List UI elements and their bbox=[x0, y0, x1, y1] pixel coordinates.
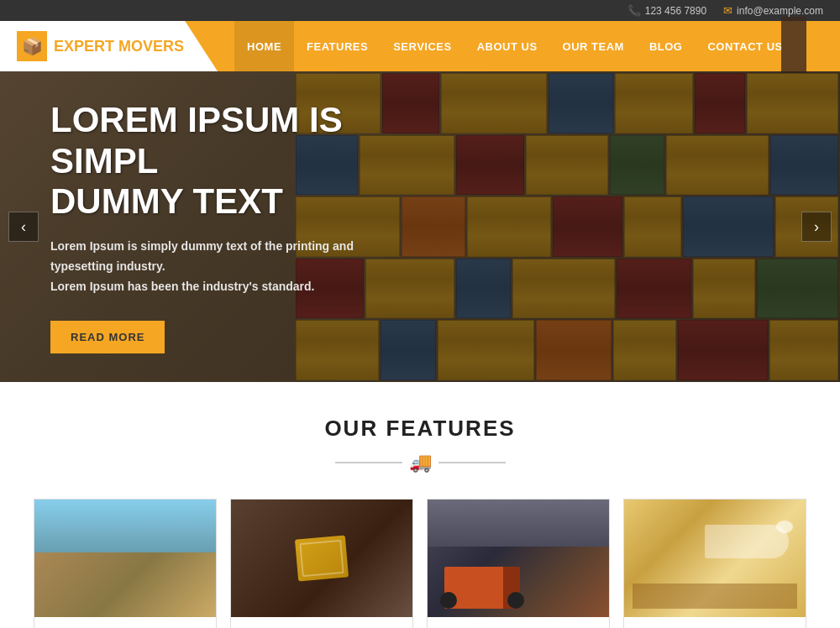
nav-features[interactable]: FEATURES bbox=[294, 21, 381, 71]
email-icon: ✉ bbox=[723, 4, 732, 17]
feature-body-4: FEATURE TITLE 4 Lorem ipsum dolor sit am… bbox=[624, 617, 806, 628]
feature-body-1: FEATURE TITLE 1 Lorem ipsum dolor sit am… bbox=[34, 617, 216, 628]
phone-number: 123 456 7890 bbox=[645, 5, 706, 17]
hero-desc-line1: Lorem Ipsum is simply dummy text of the … bbox=[50, 239, 354, 273]
email-address: info@example.com bbox=[737, 5, 823, 17]
features-divider: 🚚 bbox=[17, 452, 823, 474]
logo-icon: 📦 bbox=[17, 31, 47, 61]
feature-image-1 bbox=[34, 500, 216, 617]
hero-description: Lorem Ipsum is simply dummy text of the … bbox=[50, 237, 386, 296]
phone-icon: 📞 bbox=[627, 4, 641, 17]
features-grid: FEATURE TITLE 1 Lorem ipsum dolor sit am… bbox=[17, 499, 823, 628]
nav-contact-us[interactable]: CONTACT US bbox=[695, 21, 795, 71]
nav-about-us[interactable]: ABOUT US bbox=[465, 21, 550, 71]
features-section: OUR FEATURES 🚚 FEATURE TITLE 1 Lorem ips… bbox=[0, 382, 840, 628]
feature-card-1: FEATURE TITLE 1 Lorem ipsum dolor sit am… bbox=[34, 499, 217, 628]
main-nav: HOME FEATURES SERVICES ABOUT US OUR TEAM… bbox=[218, 21, 840, 71]
feature-card-4: FEATURE TITLE 4 Lorem ipsum dolor sit am… bbox=[623, 499, 806, 628]
logo-text: EXPERT MOVERS bbox=[54, 38, 184, 55]
divider-left bbox=[335, 462, 402, 463]
nav-our-team[interactable]: OUR TEAM bbox=[550, 21, 637, 71]
feature-image-3 bbox=[428, 500, 609, 617]
read-more-button[interactable]: READ MORE bbox=[50, 321, 165, 353]
truck-divider-icon: 🚚 bbox=[409, 452, 432, 474]
hero-heading-line2: DUMMY TEXT bbox=[50, 181, 283, 221]
hero-prev-arrow[interactable]: ‹ bbox=[8, 212, 39, 242]
hero-section: ‹ LOREM IPSUM IS SIMPL DUMMY TEXT Lorem … bbox=[0, 71, 840, 382]
feature-card-3: FEATURE TITLE 3 Lorem ipsum dolor sit am… bbox=[427, 499, 610, 628]
nav-home[interactable]: HOME bbox=[234, 21, 294, 71]
feature-card-2: FEATURE TITLE 2 Lorem ipsum dolor sit am… bbox=[230, 499, 413, 628]
phone-info: 📞 123 456 7890 bbox=[627, 4, 706, 17]
top-bar: 📞 123 456 7890 ✉ info@example.com bbox=[0, 0, 840, 21]
feature-body-3: FEATURE TITLE 3 Lorem ipsum dolor sit am… bbox=[428, 617, 609, 628]
feature-image-2 bbox=[231, 500, 412, 617]
header: 📦 EXPERT MOVERS HOME FEATURES SERVICES A… bbox=[0, 21, 840, 71]
right-arrow-icon: › bbox=[814, 218, 819, 236]
hero-heading: LOREM IPSUM IS SIMPL DUMMY TEXT bbox=[50, 100, 386, 222]
hero-desc-line2: Lorem Ipsum has been the industry's stan… bbox=[50, 280, 315, 293]
logo-tagline: MOVERS bbox=[114, 38, 184, 55]
logo-brand: EXPERT bbox=[54, 38, 114, 55]
logo-area: 📦 EXPERT MOVERS bbox=[0, 21, 218, 71]
divider-right bbox=[438, 462, 506, 463]
hero-next-arrow[interactable]: › bbox=[801, 212, 832, 242]
features-title: OUR FEATURES bbox=[17, 416, 823, 442]
hero-heading-line1: LOREM IPSUM IS SIMPL bbox=[50, 100, 343, 180]
hero-content: LOREM IPSUM IS SIMPL DUMMY TEXT Lorem Ip… bbox=[0, 100, 437, 353]
feature-image-4 bbox=[624, 500, 806, 617]
nav-blog[interactable]: BLOG bbox=[637, 21, 696, 71]
nav-services[interactable]: SERVICES bbox=[381, 21, 465, 71]
feature-body-2: FEATURE TITLE 2 Lorem ipsum dolor sit am… bbox=[231, 617, 412, 628]
email-info: ✉ info@example.com bbox=[723, 4, 823, 17]
left-arrow-icon: ‹ bbox=[21, 218, 26, 236]
